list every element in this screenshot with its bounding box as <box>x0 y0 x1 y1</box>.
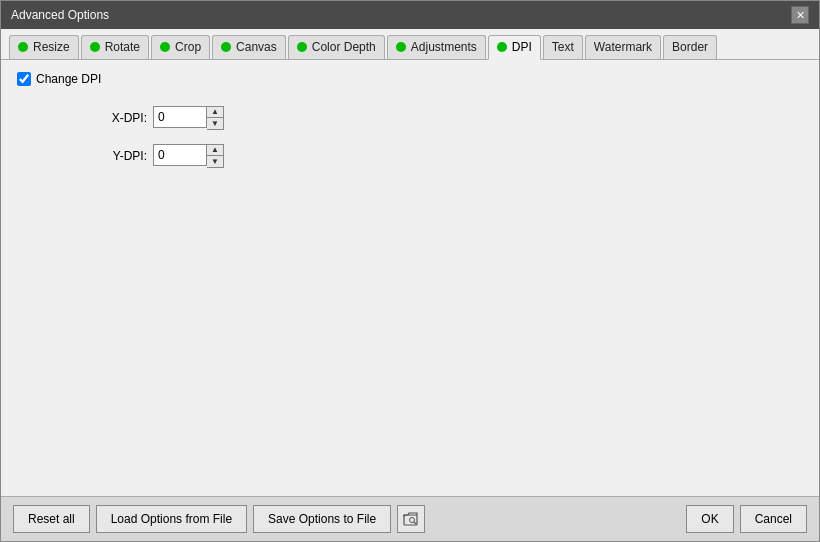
tab-dot-color-depth <box>297 42 307 52</box>
xdpi-row: X-DPI: ▲ ▼ <box>97 106 803 130</box>
xdpi-spinner: ▲ ▼ <box>153 106 224 130</box>
tab-dot-resize <box>18 42 28 52</box>
tab-dot-canvas <box>221 42 231 52</box>
cancel-button[interactable]: Cancel <box>740 505 807 533</box>
tab-rotate[interactable]: Rotate <box>81 35 149 59</box>
xdpi-up-button[interactable]: ▲ <box>207 107 223 118</box>
tab-label-adjustments: Adjustments <box>411 40 477 54</box>
tab-border[interactable]: Border <box>663 35 717 59</box>
tab-dot-dpi <box>497 42 507 52</box>
xdpi-spinner-buttons: ▲ ▼ <box>207 106 224 130</box>
title-bar: Advanced Options ✕ <box>1 1 819 29</box>
advanced-options-dialog: Advanced Options ✕ Resize Rotate Crop Ca… <box>0 0 820 542</box>
tab-canvas[interactable]: Canvas <box>212 35 286 59</box>
bottom-bar: Reset all Load Options from File Save Op… <box>1 496 819 541</box>
tab-label-canvas: Canvas <box>236 40 277 54</box>
content-area: Change DPI X-DPI: ▲ ▼ Y-DPI: ▲ ▼ <box>1 60 819 496</box>
tab-dot-rotate <box>90 42 100 52</box>
tab-crop[interactable]: Crop <box>151 35 210 59</box>
reset-all-button[interactable]: Reset all <box>13 505 90 533</box>
tab-label-watermark: Watermark <box>594 40 652 54</box>
ydpi-label: Y-DPI: <box>97 149 147 163</box>
ydpi-up-button[interactable]: ▲ <box>207 145 223 156</box>
tab-bar: Resize Rotate Crop Canvas Color Depth Ad… <box>1 29 819 60</box>
tab-adjustments[interactable]: Adjustments <box>387 35 486 59</box>
close-button[interactable]: ✕ <box>791 6 809 24</box>
tab-text[interactable]: Text <box>543 35 583 59</box>
tab-label-border: Border <box>672 40 708 54</box>
tab-label-text: Text <box>552 40 574 54</box>
tab-label-rotate: Rotate <box>105 40 140 54</box>
load-options-button[interactable]: Load Options from File <box>96 505 247 533</box>
folder-search-icon <box>403 511 419 527</box>
tab-dot-crop <box>160 42 170 52</box>
change-dpi-label: Change DPI <box>36 72 101 86</box>
ydpi-row: Y-DPI: ▲ ▼ <box>97 144 803 168</box>
change-dpi-checkbox[interactable] <box>17 72 31 86</box>
tab-label-crop: Crop <box>175 40 201 54</box>
ydpi-spinner: ▲ ▼ <box>153 144 224 168</box>
tab-dpi[interactable]: DPI <box>488 35 541 60</box>
svg-line-2 <box>414 522 416 524</box>
ydpi-input[interactable] <box>153 144 207 166</box>
browse-icon-button[interactable] <box>397 505 425 533</box>
ydpi-down-button[interactable]: ▼ <box>207 156 223 167</box>
tab-label-dpi: DPI <box>512 40 532 54</box>
dialog-title: Advanced Options <box>11 8 109 22</box>
tab-resize[interactable]: Resize <box>9 35 79 59</box>
tab-dot-adjustments <box>396 42 406 52</box>
tab-watermark[interactable]: Watermark <box>585 35 661 59</box>
change-dpi-row: Change DPI <box>17 72 803 86</box>
svg-point-1 <box>410 518 415 523</box>
xdpi-down-button[interactable]: ▼ <box>207 118 223 129</box>
tab-label-resize: Resize <box>33 40 70 54</box>
ydpi-spinner-buttons: ▲ ▼ <box>207 144 224 168</box>
tab-label-color-depth: Color Depth <box>312 40 376 54</box>
tab-color-depth[interactable]: Color Depth <box>288 35 385 59</box>
ok-button[interactable]: OK <box>686 505 733 533</box>
xdpi-input[interactable] <box>153 106 207 128</box>
save-options-button[interactable]: Save Options to File <box>253 505 391 533</box>
xdpi-label: X-DPI: <box>97 111 147 125</box>
